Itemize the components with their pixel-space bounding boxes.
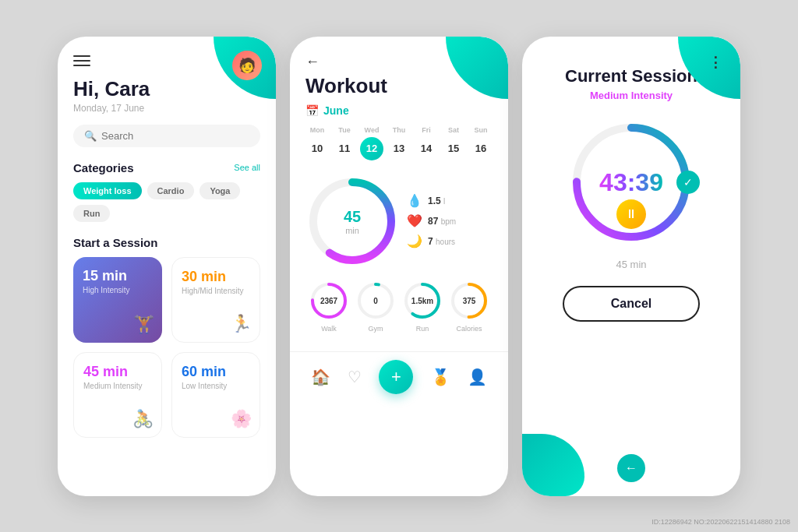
nav-home[interactable]: 🏠	[311, 368, 330, 386]
donut-chart: 45 min	[305, 174, 399, 268]
month-label: June	[323, 104, 349, 117]
date-text: Monday, 17 June	[73, 103, 260, 114]
categories-title: Categories	[73, 161, 134, 174]
category-cardio[interactable]: Cardio	[147, 182, 195, 199]
sleep-value: 7 hours	[428, 236, 455, 247]
mini-circles-row: 2367 Walk 0 Gym	[305, 280, 493, 333]
nav-profile[interactable]: 👤	[468, 368, 487, 386]
screen2-phone: ← ⋮ Workout 📅 June Mon 10 Tue 11 Wed	[290, 37, 508, 496]
session-card-30min[interactable]: 30 min High/Mid Intensity 🏃	[171, 257, 260, 343]
calories-value: 375	[463, 296, 476, 305]
session-card-60min[interactable]: 60 min Low Intensity 🌸	[171, 352, 260, 438]
watermark: ID:12286942 NO:20220622151414880 2108	[651, 518, 790, 526]
back-button[interactable]: ←	[305, 54, 320, 70]
calendar-day-14[interactable]: Fri 14	[415, 126, 438, 160]
cycling-icon: 🚴	[132, 409, 154, 429]
back-button[interactable]: ←	[617, 454, 645, 482]
mini-circle-walk: 2367 Walk	[309, 280, 349, 333]
walk-value: 2367	[320, 296, 337, 305]
card-intensity: High/Mid Intensity	[182, 287, 250, 295]
avatar[interactable]: 🧑	[232, 51, 262, 80]
calendar-day-11[interactable]: Tue 11	[333, 126, 356, 160]
nav-favorites[interactable]: ♡	[348, 368, 362, 386]
category-run[interactable]: Run	[73, 205, 110, 222]
category-yoga[interactable]: Yoga	[200, 182, 240, 199]
heart-icon: ❤️	[407, 213, 422, 228]
heartrate-value: 87 bpm	[428, 216, 456, 227]
donut-value: 45	[344, 207, 361, 225]
metric-sleep: 🌙 7 hours	[407, 234, 493, 248]
water-value: 1.5 l	[428, 196, 445, 206]
metric-heartrate: ❤️ 87 bpm	[407, 213, 493, 228]
categories-list: Weight loss Cardio Yoga Run	[73, 182, 260, 222]
lotus-icon: 🌸	[231, 409, 252, 429]
see-all-link[interactable]: See all	[234, 163, 260, 172]
nav-achievements[interactable]: 🏅	[431, 368, 450, 386]
session-title: Current Session	[565, 66, 697, 86]
calendar-day-16[interactable]: Sun 16	[469, 126, 493, 160]
search-input[interactable]	[101, 130, 249, 142]
session-card-45min[interactable]: 45 min Medium Intensity 🚴	[73, 352, 162, 438]
run-value: 1.5km	[411, 296, 433, 305]
more-options-button[interactable]: ⋮	[708, 54, 723, 71]
calendar-day-15[interactable]: Sat 15	[442, 126, 465, 160]
water-icon: 💧	[407, 193, 422, 208]
mini-circle-run: 1.5km Run	[402, 280, 443, 333]
card-intensity: Medium Intensity	[83, 382, 152, 390]
calendar-day-10[interactable]: Mon 10	[305, 126, 329, 160]
calendar-icon: 📅	[305, 104, 319, 117]
check-button[interactable]: ✓	[676, 171, 700, 194]
calendar-day-12[interactable]: Wed 12	[360, 126, 383, 160]
card-duration: 15 min	[83, 268, 153, 284]
stats-row: 45 min 💧 1.5 l ❤️ 87 bpm 🌙 7 h	[305, 174, 493, 268]
gym-value: 0	[373, 296, 378, 305]
pause-button[interactable]: ⏸	[616, 199, 646, 229]
donut-unit: min	[344, 225, 361, 234]
category-weight-loss[interactable]: Weight loss	[73, 182, 142, 199]
screens-container: 🧑 Hi, Cara Monday, 17 June 🔍 Categories …	[42, 13, 756, 520]
mini-circle-gym: 0 Gym	[355, 280, 396, 333]
timer-circle: 43:39 ⏸ ✓	[569, 120, 694, 245]
card-duration: 60 min	[182, 364, 250, 380]
gym-label: Gym	[369, 325, 383, 333]
add-button[interactable]: +	[379, 360, 413, 394]
calendar-week: Mon 10 Tue 11 Wed 12 Thu 13 Fri 14	[305, 126, 493, 160]
timer-display: 43:39	[599, 167, 663, 196]
session-card-15min[interactable]: 15 min High Intensity 🏋️	[73, 257, 162, 343]
screen1-phone: 🧑 Hi, Cara Monday, 17 June 🔍 Categories …	[58, 37, 276, 496]
session-subtitle: Medium Intensity	[590, 90, 673, 101]
metric-water: 💧 1.5 l	[407, 193, 493, 208]
duration-label: 45 min	[616, 259, 646, 270]
sleep-icon: 🌙	[407, 234, 422, 248]
screen3-phone: ⋮ Current Session Medium Intensity	[522, 37, 740, 496]
calories-label: Calories	[456, 325, 482, 333]
card-duration: 45 min	[83, 364, 152, 380]
bottom-nav: 🏠 ♡ + 🏅 👤	[290, 351, 508, 405]
walk-label: Walk	[321, 325, 337, 333]
card-duration: 30 min	[182, 269, 250, 285]
search-bar[interactable]: 🔍	[73, 125, 260, 147]
cancel-button[interactable]: Cancel	[563, 286, 700, 322]
metrics-list: 💧 1.5 l ❤️ 87 bpm 🌙 7 hours	[407, 193, 493, 248]
card-intensity: High Intensity	[83, 286, 153, 294]
card-intensity: Low Intensity	[182, 382, 250, 390]
teal-corner-bottom	[522, 434, 584, 496]
search-icon: 🔍	[84, 130, 97, 142]
calendar-day-13[interactable]: Thu 13	[387, 126, 411, 160]
barbell-icon: 🏋️	[133, 315, 154, 335]
session-title: Start a Session	[73, 236, 157, 249]
session-cards: 15 min High Intensity 🏋️ 30 min High/Mid…	[73, 257, 260, 438]
mini-circle-calories: 375 Calories	[449, 280, 489, 333]
running-icon: 🏃	[231, 314, 252, 334]
run-label: Run	[416, 325, 429, 333]
